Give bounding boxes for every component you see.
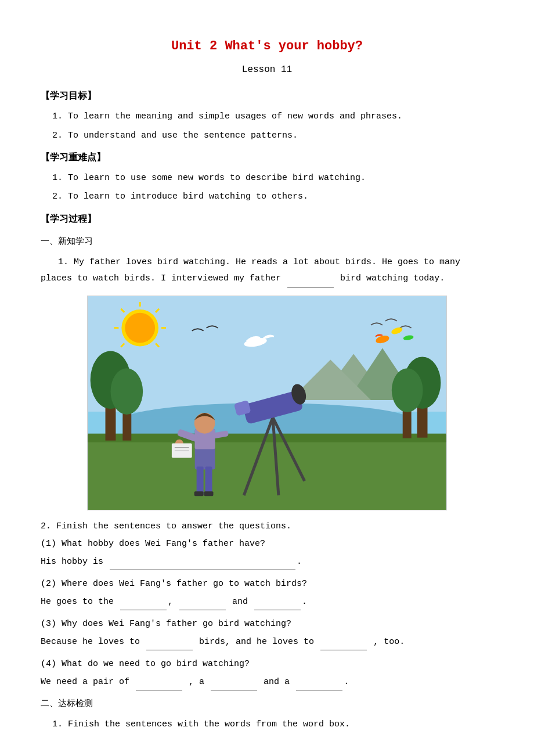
svg-point-16 bbox=[392, 368, 423, 412]
blank-a2-2[interactable] bbox=[179, 610, 226, 610]
svg-rect-32 bbox=[205, 466, 212, 495]
main-title: Unit 2 What's your hobby? bbox=[41, 35, 493, 58]
a4: We need a pair of , a and a . bbox=[41, 674, 493, 691]
a1: His hobby is . bbox=[41, 554, 493, 571]
exercise2-block: 2. Finish the sentences to answer the qu… bbox=[41, 519, 493, 691]
illustration-container bbox=[41, 296, 493, 510]
assessment-exercise1-text: 1. Finish the sentences with the words f… bbox=[52, 717, 493, 733]
q4: (4) What do we need to go bird watching? bbox=[41, 656, 493, 673]
blank-a2-3[interactable] bbox=[254, 610, 301, 610]
learning-goal-2: 2. To understand and use the sentence pa… bbox=[52, 128, 493, 145]
sub-section-assessment: 二、达标检测 bbox=[41, 696, 493, 712]
assessment-exercise1: 1. Finish the sentences with the words f… bbox=[52, 717, 493, 733]
svg-rect-33 bbox=[194, 491, 204, 496]
a2-prefix: He goes to the bbox=[41, 597, 114, 607]
exercise2-intro: 2. Finish the sentences to answer the qu… bbox=[41, 519, 493, 535]
learning-focus-1: 1. To learn to use some new words to des… bbox=[52, 170, 493, 187]
a3-prefix: Because he loves to bbox=[41, 637, 140, 647]
a4-middle2: and a bbox=[264, 677, 290, 687]
paragraph1: 1. My father loves bird watching. He rea… bbox=[41, 254, 493, 287]
blank-a3-1[interactable] bbox=[146, 650, 193, 650]
blank-a1[interactable] bbox=[110, 570, 295, 570]
blank-a4-3[interactable] bbox=[296, 690, 342, 690]
learning-process-header: 【学习过程】 bbox=[41, 211, 493, 228]
a3-middle: birds, and he loves to bbox=[199, 637, 314, 647]
blank-a3-2[interactable] bbox=[320, 650, 367, 650]
a2-and: and bbox=[232, 597, 248, 607]
svg-point-12 bbox=[110, 368, 143, 415]
a3-suffix: , too. bbox=[373, 637, 405, 647]
learning-goals-content: 1. To learn the meaning and simple usage… bbox=[52, 109, 493, 144]
learning-focus-header: 【学习重难点】 bbox=[41, 150, 493, 167]
learning-focus-content: 1. To learn to use some new words to des… bbox=[52, 170, 493, 206]
blank-1[interactable] bbox=[287, 287, 334, 287]
sub-title: Lesson 11 bbox=[41, 62, 493, 78]
q2: (2) Where does Wei Fang's father go to w… bbox=[41, 576, 493, 593]
scene-image bbox=[87, 296, 447, 510]
svg-point-18 bbox=[125, 313, 155, 343]
a4-middle1: , a bbox=[189, 677, 204, 687]
paragraph1-part2: bird watching today. bbox=[340, 273, 445, 283]
learning-goal-1: 1. To learn the meaning and simple usage… bbox=[52, 109, 493, 125]
svg-rect-31 bbox=[197, 466, 204, 495]
a4-prefix: We need a pair of bbox=[41, 677, 129, 687]
a1-prefix: His hobby is bbox=[41, 557, 103, 567]
q1: (1) What hobby does Wei Fang's father ha… bbox=[41, 536, 493, 553]
blank-a4-2[interactable] bbox=[211, 690, 257, 690]
sub-section-new-knowledge: 一、新知学习 bbox=[41, 234, 493, 250]
q3: (3) Why does Wei Fang's father go bird w… bbox=[41, 616, 493, 633]
blank-a4-1[interactable] bbox=[136, 690, 182, 690]
a2: He goes to the , and . bbox=[41, 594, 493, 611]
a3: Because he loves to birds, and he loves … bbox=[41, 634, 493, 651]
svg-rect-7 bbox=[88, 434, 446, 509]
blank-a2-1[interactable] bbox=[120, 610, 167, 610]
learning-goals-header: 【学习目标】 bbox=[41, 88, 493, 105]
svg-rect-34 bbox=[204, 491, 214, 496]
learning-focus-2: 2. To learn to introduce bird watching t… bbox=[52, 189, 493, 206]
